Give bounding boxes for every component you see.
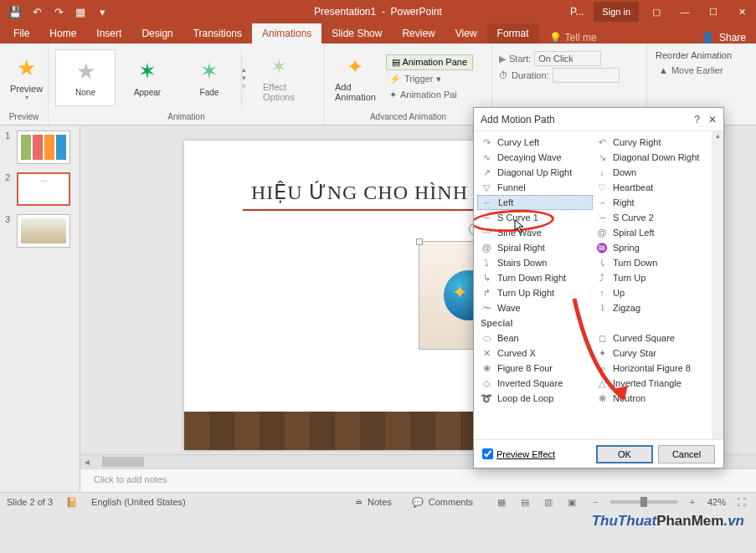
sorter-view-icon[interactable]: ▤ [517,495,533,509]
dialog-scrollbar[interactable]: ▴ [712,131,723,439]
motion-path-item[interactable]: @Spiral Left [593,225,708,240]
ok-button[interactable]: OK [596,445,653,463]
motion-path-item[interactable]: 〜Wave [477,300,593,315]
maximize-icon[interactable]: ☐ [699,0,728,23]
motion-path-item[interactable]: ↑Up [593,285,708,300]
help-icon[interactable]: ? [694,114,700,125]
motion-path-item[interactable]: ➰Loop de Loop [477,391,593,406]
trigger-button[interactable]: ⚡ Trigger ▾ [386,72,473,86]
thumbnail-2[interactable]: — — [17,172,70,206]
motion-path-item[interactable]: ↷Curvy Left [477,135,593,150]
redo-icon[interactable]: ↷ [49,3,69,21]
duration-field[interactable] [553,68,620,83]
start-field[interactable]: On Click [534,51,601,66]
normal-view-icon[interactable]: ▦ [493,495,510,509]
add-animation-button[interactable]: ✦ Add Animation [328,48,383,108]
motion-path-item[interactable]: ▽Funnel [477,180,593,195]
zoom-in-icon[interactable]: + [684,495,701,509]
motion-path-item[interactable]: ⤵Stairs Down [477,255,593,270]
reading-view-icon[interactable]: ▥ [540,495,557,509]
dialog-close-icon[interactable]: ✕ [708,114,717,125]
slideshow-view-icon[interactable]: ▣ [563,495,580,509]
effect-options-button[interactable]: ✶ Effect Options [256,48,301,108]
animation-painter-button[interactable]: ✦ Animation Pai [386,88,473,102]
motion-path-item[interactable]: ◇Inverted Square [477,376,593,391]
comments-button[interactable]: 💬 Comments [412,497,473,508]
language-indicator[interactable]: English (United States) [91,497,186,507]
start-from-beginning-icon[interactable]: ▦ [70,3,90,21]
animation-none[interactable]: ★None [55,49,116,106]
save-icon[interactable]: 💾 [5,3,25,21]
zoom-slider[interactable] [610,500,677,504]
motion-path-item[interactable]: 〰Sine Wave [477,225,593,240]
qat-customize-icon[interactable]: ▾ [92,3,112,21]
motion-path-item[interactable]: ↶Curvy Right [593,135,708,150]
close-icon[interactable]: ✕ [728,0,756,23]
tab-design[interactable]: Design [131,23,183,44]
thumbnail-1[interactable] [17,131,70,164]
zoom-out-icon[interactable]: − [587,495,604,509]
gallery-more-icon[interactable]: ▴▾▿ [241,49,253,106]
fit-to-window-icon[interactable]: ⛶ [733,495,749,509]
group-preview-label: Preview [3,110,44,123]
tab-file[interactable]: File [3,23,39,44]
animation-appear[interactable]: ✶Appear [117,49,177,106]
tab-format[interactable]: Format [487,23,539,44]
signin-button[interactable]: Sign in [594,2,639,22]
tab-slideshow[interactable]: Slide Show [321,23,392,44]
play-icon: ▶ [499,54,506,64]
tab-home[interactable]: Home [39,23,86,44]
motion-path-item[interactable]: ∽S Curve 2 [593,210,708,225]
spellcheck-icon[interactable]: 📔 [66,497,78,508]
motion-path-item[interactable]: ⤹Turn Down [593,255,708,270]
tab-review[interactable]: Review [392,23,445,44]
share-button[interactable]: 👤Share [692,32,756,44]
motion-path-item[interactable]: ∽S Curve 1 [477,210,593,225]
tab-animations[interactable]: Animations [252,23,321,44]
cancel-button[interactable]: Cancel [658,445,715,463]
notes-button[interactable]: ≐ Notes [355,497,392,508]
move-earlier-button[interactable]: ▲ Move Earlier [656,64,727,77]
undo-icon[interactable]: ↶ [27,3,47,21]
motion-path-item[interactable]: ↗Diagonal Up Right [477,165,593,180]
motion-path-item[interactable]: →Right [593,195,708,210]
tell-me-search[interactable]: 💡 Tell me [549,32,597,44]
tab-view[interactable]: View [445,23,487,44]
motion-path-icon: ⤹ [596,258,608,269]
motion-path-item[interactable]: ❀Figure 8 Four [477,361,593,376]
motion-path-item[interactable]: ∿Decaying Wave [477,150,593,165]
motion-path-item[interactable]: ↘Diagonal Down Right [593,150,708,165]
motion-path-item[interactable]: ⌇Zigzag [593,300,708,315]
motion-path-item[interactable]: ⤴Turn Up [593,270,708,285]
motion-path-item[interactable]: ✕Curved X [477,346,593,361]
motion-path-item[interactable]: ∞Horizontal Figure 8 [593,361,708,376]
motion-path-item[interactable]: ↳Turn Down Right [477,270,593,285]
slide-indicator[interactable]: Slide 2 of 3 [7,497,53,507]
tab-transitions[interactable]: Transitions [183,23,252,44]
animation-pane-button[interactable]: ▤ Animation Pane [386,54,473,70]
motion-path-item[interactable]: ❋Neutron [593,391,708,406]
preview-effect-checkbox[interactable]: Preview Effect [482,448,555,459]
motion-path-item[interactable]: ♡Heartbeat [593,180,708,195]
preview-button[interactable]: ★ Preview ▾ [3,48,49,108]
motion-path-item[interactable]: ◻Curved Square [593,330,708,346]
motion-path-item[interactable]: ✦Curvy Star [593,346,708,361]
zoom-level[interactable]: 42% [707,497,726,507]
motion-path-item[interactable]: @Spiral Right [477,240,593,255]
motion-path-item[interactable]: ↱Turn Up Right [477,285,593,300]
motion-path-item[interactable]: ←Left [477,195,593,210]
dialog-titlebar[interactable]: Add Motion Path ? ✕ [474,108,723,131]
thumbnail-3[interactable] [17,214,70,248]
motion-path-icon: @ [596,228,608,238]
ribbon-display-options-icon[interactable]: ▢ [642,0,671,23]
animation-fade[interactable]: ✶Fade [179,49,239,106]
animation-gallery[interactable]: ★None ✶Appear ✶Fade ▴▾▿ [52,46,256,110]
motion-path-item[interactable]: ⬭Bean [477,330,593,346]
minimize-icon[interactable]: — [671,0,699,23]
motion-path-item[interactable]: ↓Down [593,165,708,180]
tab-insert[interactable]: Insert [86,23,131,44]
notes-pane[interactable]: Click to add notes [80,469,756,492]
motion-path-icon: 〜 [481,302,492,315]
motion-path-item[interactable]: △Inverted Triangle [593,376,708,391]
motion-path-item[interactable]: ♒Spring [593,240,708,255]
